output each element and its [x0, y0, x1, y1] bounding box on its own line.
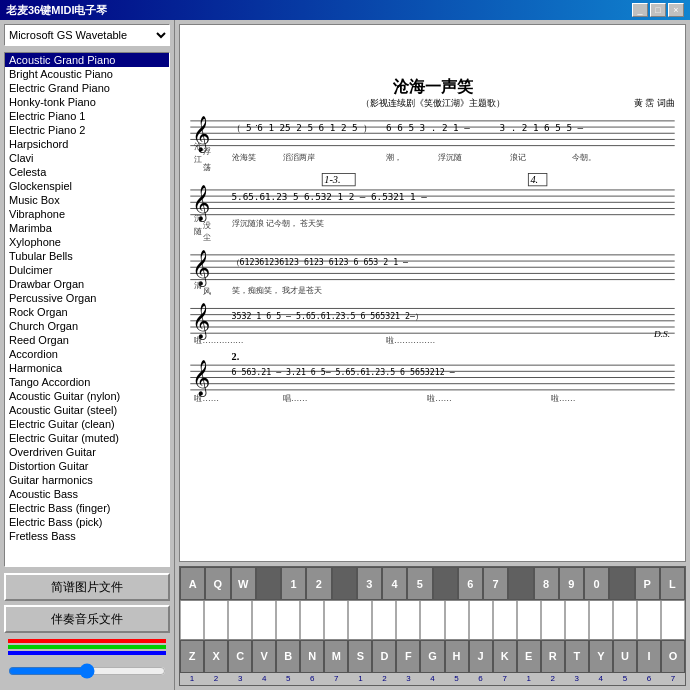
- instrument-item[interactable]: Honky-tonk Piano: [5, 95, 169, 109]
- instrument-item[interactable]: Clavi: [5, 151, 169, 165]
- white-key[interactable]: [204, 601, 228, 639]
- keyboard-top-key[interactable]: 5: [407, 567, 432, 600]
- keyboard-top-key[interactable]: A: [180, 567, 205, 600]
- instrument-item[interactable]: Electric Bass (finger): [5, 501, 169, 515]
- keyboard-bottom-key[interactable]: Z: [180, 640, 204, 673]
- keyboard-bottom-key[interactable]: O: [661, 640, 685, 673]
- instrument-item[interactable]: Electric Piano 2: [5, 123, 169, 137]
- keyboard-top-key[interactable]: P: [635, 567, 660, 600]
- keyboard-bottom-key[interactable]: N: [300, 640, 324, 673]
- keyboard-bottom-key[interactable]: D: [372, 640, 396, 673]
- instrument-item[interactable]: Acoustic Guitar (nylon): [5, 389, 169, 403]
- instrument-item[interactable]: Marimba: [5, 221, 169, 235]
- instrument-item[interactable]: Vibraphone: [5, 207, 169, 221]
- keyboard-top-key[interactable]: 2: [306, 567, 331, 600]
- instrument-item[interactable]: Acoustic Bass: [5, 487, 169, 501]
- instrument-item[interactable]: Music Box: [5, 193, 169, 207]
- wavetable-dropdown[interactable]: Microsoft GS Wavetable: [4, 24, 170, 46]
- instrument-item[interactable]: Xylophone: [5, 235, 169, 249]
- instrument-item[interactable]: Distortion Guitar: [5, 459, 169, 473]
- keyboard-bottom-key[interactable]: E: [517, 640, 541, 673]
- keyboard-bottom-key[interactable]: F: [396, 640, 420, 673]
- keyboard-bottom-key[interactable]: I: [637, 640, 661, 673]
- keyboard-top-key[interactable]: 6: [458, 567, 483, 600]
- keyboard-bottom-key[interactable]: S: [348, 640, 372, 673]
- instrument-item[interactable]: Acoustic Guitar (steel): [5, 403, 169, 417]
- instrument-item[interactable]: Harmonica: [5, 361, 169, 375]
- keyboard-bottom-key[interactable]: U: [613, 640, 637, 673]
- close-button[interactable]: ×: [668, 3, 684, 17]
- instrument-item[interactable]: Guitar harmonics: [5, 473, 169, 487]
- keyboard-bottom-key[interactable]: H: [445, 640, 469, 673]
- keyboard-top-key[interactable]: 3: [357, 567, 382, 600]
- white-key[interactable]: [372, 601, 396, 639]
- white-key[interactable]: [348, 601, 372, 639]
- instrument-item[interactable]: Percussive Organ: [5, 291, 169, 305]
- instrument-list[interactable]: Acoustic Grand PianoBright Acoustic Pian…: [4, 52, 170, 567]
- instrument-item[interactable]: Reed Organ: [5, 333, 169, 347]
- keyboard-bottom-key[interactable]: J: [469, 640, 493, 673]
- instrument-item[interactable]: Electric Piano 1: [5, 109, 169, 123]
- instrument-item[interactable]: Rock Organ: [5, 305, 169, 319]
- sheet-music-button[interactable]: 简谱图片文件: [4, 573, 170, 601]
- white-key[interactable]: [180, 601, 204, 639]
- white-key[interactable]: [276, 601, 300, 639]
- keyboard-bottom-key[interactable]: M: [324, 640, 348, 673]
- keyboard-top-key[interactable]: Q: [205, 567, 230, 600]
- instrument-item[interactable]: Electric Guitar (clean): [5, 417, 169, 431]
- instrument-item[interactable]: Electric Grand Piano: [5, 81, 169, 95]
- white-key[interactable]: [396, 601, 420, 639]
- white-key[interactable]: [228, 601, 252, 639]
- instrument-item[interactable]: Church Organ: [5, 319, 169, 333]
- keyboard-bottom-key[interactable]: R: [541, 640, 565, 673]
- white-key[interactable]: [445, 601, 469, 639]
- keyboard-bottom-key[interactable]: B: [276, 640, 300, 673]
- white-key[interactable]: [589, 601, 613, 639]
- white-key[interactable]: [517, 601, 541, 639]
- instrument-item[interactable]: Acoustic Grand Piano: [5, 53, 169, 67]
- keyboard-top-key[interactable]: 9: [559, 567, 584, 600]
- keyboard-bottom-key[interactable]: C: [228, 640, 252, 673]
- keyboard-bottom-key[interactable]: Y: [589, 640, 613, 673]
- keyboard-top-key[interactable]: 8: [534, 567, 559, 600]
- white-key[interactable]: [541, 601, 565, 639]
- white-key[interactable]: [493, 601, 517, 639]
- keyboard-top-key[interactable]: 4: [382, 567, 407, 600]
- white-key[interactable]: [324, 601, 348, 639]
- instrument-item[interactable]: Accordion: [5, 347, 169, 361]
- white-key[interactable]: [420, 601, 444, 639]
- white-key[interactable]: [252, 601, 276, 639]
- keyboard-top-key[interactable]: 1: [281, 567, 306, 600]
- white-key[interactable]: [613, 601, 637, 639]
- keyboard-bottom-key[interactable]: V: [252, 640, 276, 673]
- keyboard-top-key[interactable]: L: [660, 567, 685, 600]
- accompaniment-button[interactable]: 伴奏音乐文件: [4, 605, 170, 633]
- keyboard-top-key[interactable]: 7: [483, 567, 508, 600]
- maximize-button[interactable]: □: [650, 3, 666, 17]
- keyboard-top-key[interactable]: W: [231, 567, 256, 600]
- instrument-item[interactable]: Harpsichord: [5, 137, 169, 151]
- instrument-item[interactable]: Glockenspiel: [5, 179, 169, 193]
- instrument-item[interactable]: Fretless Bass: [5, 529, 169, 543]
- white-key[interactable]: [469, 601, 493, 639]
- white-key[interactable]: [661, 601, 685, 639]
- instrument-item[interactable]: Overdriven Guitar: [5, 445, 169, 459]
- white-key[interactable]: [300, 601, 324, 639]
- instrument-item[interactable]: Bright Acoustic Piano: [5, 67, 169, 81]
- volume-slider[interactable]: [8, 663, 166, 679]
- keyboard-bottom-key[interactable]: T: [565, 640, 589, 673]
- white-key[interactable]: [565, 601, 589, 639]
- instrument-item[interactable]: Tango Accordion: [5, 375, 169, 389]
- instrument-item[interactable]: Electric Bass (pick): [5, 515, 169, 529]
- instrument-item[interactable]: Drawbar Organ: [5, 277, 169, 291]
- white-key[interactable]: [637, 601, 661, 639]
- instrument-item[interactable]: Dulcimer: [5, 263, 169, 277]
- keyboard-bottom-key[interactable]: X: [204, 640, 228, 673]
- keyboard-top-key[interactable]: 0: [584, 567, 609, 600]
- keyboard-bottom-key[interactable]: K: [493, 640, 517, 673]
- instrument-item[interactable]: Celesta: [5, 165, 169, 179]
- instrument-item[interactable]: Tubular Bells: [5, 249, 169, 263]
- instrument-item[interactable]: Electric Guitar (muted): [5, 431, 169, 445]
- minimize-button[interactable]: _: [632, 3, 648, 17]
- keyboard-bottom-key[interactable]: G: [420, 640, 444, 673]
